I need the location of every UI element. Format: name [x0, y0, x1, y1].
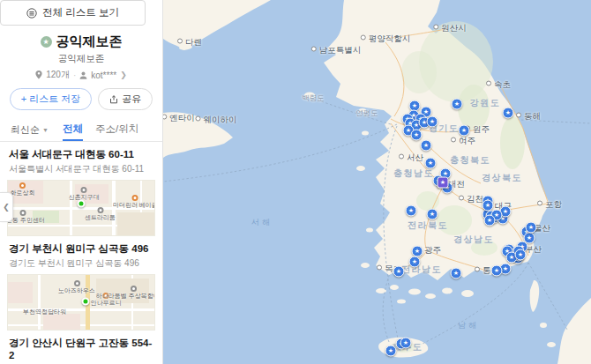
list-stats: 120개 · kot**** ❯ — [0, 69, 162, 81]
chevron-left-icon: ❮ — [3, 203, 10, 212]
sort-dropdown[interactable]: 최신순 ▼ — [11, 123, 49, 137]
poi-icon — [132, 195, 138, 201]
list-item[interactable]: 서울 서대문구 대현동 60-11 서울특별시 서대문구 대현동 60-11 화… — [0, 142, 162, 236]
list-title: 공익제보존 — [56, 33, 123, 50]
map-marker[interactable]: ★ — [515, 249, 527, 261]
map-marker[interactable]: ★ — [400, 338, 412, 349]
map-marker[interactable]: ★ — [427, 116, 438, 128]
green-place-marker — [81, 297, 89, 305]
filter-tab-bar: 최신순 ▼ 전체 주소/위치 — [0, 119, 162, 142]
save-list-label: + 리스트 저장 — [21, 93, 81, 106]
map-app: 전체 리스트 보기 ★ 공익제보존 공익제보존 120개 · kot**** ❯ — [0, 0, 591, 364]
place-subtitle: 서울특별시 서대문구 대현동 60-11 — [7, 163, 155, 175]
person-icon — [79, 71, 87, 79]
thumbnail-poi-label: 부천역청담타워 — [23, 308, 66, 316]
share-icon — [109, 95, 118, 104]
map-marker[interactable]: ★ — [491, 265, 503, 277]
view-all-lists-button[interactable]: 전체 리스트 보기 — [0, 0, 146, 26]
place-title: 경기 안산시 단원구 고잔동 554-2 — [7, 337, 155, 360]
place-map-thumbnail[interactable]: 화로상회신촌지구대신촌동 주민센터센트라리움마더린러 베이글 — [7, 180, 155, 236]
thumbnail-poi-label: 센트라리움 — [85, 207, 116, 221]
place-list: 서울 서대문구 대현동 60-11 서울특별시 서대문구 대현동 60-11 화… — [0, 142, 162, 364]
list-item[interactable]: 경기 안산시 단원구 고잔동 554-2 경기도 안산시 단원구 고잔동 554… — [0, 331, 162, 364]
place-subtitle: 경기도 부천시 원미구 심곡동 496 — [7, 257, 155, 270]
poi-icon — [19, 210, 26, 216]
map-canvas[interactable]: 다롄남포특별시평양직할시원산시옌타이웨이하이백령도연평도속초동해강원도경기도원주… — [163, 0, 591, 364]
list-icon — [26, 8, 37, 19]
map-marker[interactable]: ★ — [452, 99, 463, 110]
map-marker[interactable]: ★ — [459, 125, 470, 137]
map-marker[interactable]: ★ — [409, 256, 421, 268]
map-marker[interactable]: ★ — [425, 158, 437, 169]
place-title: 경기 부천시 원미구 심곡동 496 — [7, 242, 155, 256]
map-marker[interactable]: ★ — [427, 209, 438, 220]
poi-icon — [19, 182, 26, 189]
caret-down-icon: ▼ — [42, 127, 49, 133]
sort-label: 최신순 — [11, 123, 40, 137]
map-marker[interactable]: ★ — [503, 108, 514, 119]
map-marker[interactable]: ★ — [451, 268, 462, 279]
map-marker[interactable]: ★ — [393, 266, 405, 278]
poi-icon — [81, 187, 87, 193]
map-marker[interactable]: ★ — [526, 222, 537, 234]
place-title: 서울 서대문구 대현동 60-11 — [7, 148, 155, 161]
thumbnail-poi-label: 마더린러 베이글 — [113, 195, 155, 209]
map-marker[interactable]: ★ — [411, 130, 423, 141]
map-marker[interactable]: ★ — [385, 345, 397, 357]
tab-all[interactable]: 전체 — [63, 119, 83, 141]
map-marker-special[interactable]: ★ — [438, 177, 449, 189]
thumbnail-poi-label: 화로상회 — [11, 182, 35, 197]
share-button[interactable]: 공유 — [98, 88, 153, 110]
place-list-panel: 전체 리스트 보기 ★ 공익제보존 공익제보존 120개 · kot**** ❯ — [0, 0, 163, 364]
poi-icon — [74, 280, 80, 286]
poi-icon — [131, 286, 137, 292]
map-marker[interactable]: ★ — [421, 140, 432, 152]
panel-collapse-button[interactable]: ❮ — [0, 192, 13, 222]
bookmark-list-icon: ★ — [41, 36, 52, 48]
map-marker[interactable]: ★ — [406, 205, 417, 217]
place-count: 120개 — [46, 69, 70, 81]
view-all-label: 전체 리스트 보기 — [42, 6, 119, 19]
tab-address[interactable]: 주소/위치 — [95, 119, 138, 141]
place-map-thumbnail[interactable]: 노아즈하우스안나푸르니부천역청담타워하나라움벨 주상복합아파트 — [7, 274, 155, 331]
poi-icon — [97, 207, 103, 213]
dot-separator: · — [73, 71, 76, 80]
thumbnail-poi-label: 신촌지구대 — [69, 187, 100, 201]
chevron-right-icon: ❯ — [120, 71, 127, 79]
list-header: ★ 공익제보존 공익제보존 120개 · kot**** ❯ + 리스트 저 — [0, 26, 162, 110]
save-list-button[interactable]: + 리스트 저장 — [10, 88, 93, 110]
map-marker[interactable]: ★ — [484, 215, 496, 227]
list-owner[interactable]: kot**** — [91, 71, 116, 80]
share-label: 공유 — [122, 93, 141, 106]
thumbnail-poi-label: 노아즈하우스 — [58, 280, 95, 294]
list-subtitle: 공익제보존 — [0, 53, 162, 65]
tabs: 전체 주소/위치 — [63, 119, 138, 141]
thumbnail-poi-label: 하나라움벨 주상복합아파트 — [96, 286, 155, 300]
pin-icon — [35, 71, 42, 79]
map-base-layer — [163, 0, 591, 364]
list-item[interactable]: 경기 부천시 원미구 심곡동 496 경기도 부천시 원미구 심곡동 496 노… — [0, 236, 162, 331]
